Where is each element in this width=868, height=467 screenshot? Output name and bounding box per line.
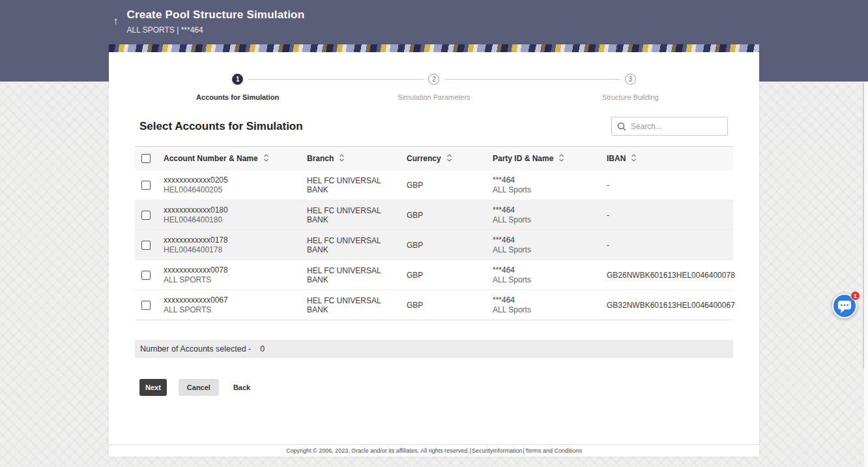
table-row: xxxxxxxxxxxx0178HEL0046400178 HEL FC UNI…	[135, 230, 733, 260]
account-number: xxxxxxxxxxxx0180	[164, 205, 300, 215]
search-icon	[617, 122, 626, 131]
step-3-label: Structure Building	[602, 93, 659, 101]
sort-icon	[558, 154, 564, 164]
row-checkbox[interactable]	[141, 271, 151, 280]
iban: -	[607, 241, 733, 250]
accounts-table: Account Number & Name Branch Currency Pa…	[135, 146, 733, 320]
step-2-circle: 2	[428, 74, 439, 85]
account-name: HEL0046400178	[164, 245, 300, 254]
search-input[interactable]	[631, 122, 722, 131]
step-2-label: Simulation Parameters	[398, 93, 470, 101]
select-all-checkbox[interactable]	[141, 154, 151, 163]
branch: HEL FC UNIVERSAL BANK	[307, 266, 407, 284]
sort-icon	[263, 154, 269, 164]
next-button[interactable]: Next	[139, 379, 167, 396]
branch: HEL FC UNIVERSAL BANK	[307, 176, 407, 194]
currency: GBP	[407, 181, 493, 190]
column-header-branch[interactable]: Branch	[307, 154, 407, 164]
party-name: ALL Sports	[493, 185, 600, 194]
account-name: ALL SPORTS	[164, 275, 300, 284]
wizard-stepper: 1 Accounts for Simulation 2 Simulation P…	[109, 52, 759, 101]
main-card: 1 Accounts for Simulation 2 Simulation P…	[109, 44, 759, 457]
branch: HEL FC UNIVERSAL BANK	[307, 236, 407, 254]
iban: -	[607, 211, 733, 220]
step-1-circle: 1	[232, 74, 243, 85]
action-buttons: Next Cancel Back	[139, 379, 759, 396]
account-number: xxxxxxxxxxxx0205	[164, 175, 300, 185]
page-subtitle: ALL SPORTS | ***464	[127, 25, 305, 35]
copyright-text: Copyright © 2006, 2023, Oracle and/or it…	[286, 447, 469, 454]
table-row: xxxxxxxxxxxx0078ALL SPORTS HEL FC UNIVER…	[135, 260, 733, 290]
currency: GBP	[407, 271, 493, 280]
account-number: xxxxxxxxxxxx0178	[164, 235, 300, 245]
row-checkbox[interactable]	[141, 181, 151, 190]
search-box	[611, 117, 728, 136]
chat-widget-button[interactable]: 1	[832, 294, 858, 320]
column-header-account[interactable]: Account Number & Name	[164, 154, 307, 164]
party-name: ALL Sports	[493, 215, 600, 224]
account-number: xxxxxxxxxxxx0067	[164, 295, 300, 305]
sort-icon	[446, 154, 452, 164]
selected-count-bar: Number of Accounts selected - 0	[135, 340, 733, 358]
party-id: ***464	[493, 295, 600, 305]
column-header-currency[interactable]: Currency	[407, 154, 493, 164]
chat-notification-badge: 1	[850, 291, 860, 301]
row-checkbox[interactable]	[141, 301, 151, 310]
page-title: Create Pool Structure Simulation	[127, 8, 305, 22]
party-id: ***464	[493, 235, 600, 245]
column-header-iban[interactable]: IBAN	[607, 154, 733, 164]
table-row: xxxxxxxxxxxx0180HEL0046400180 HEL FC UNI…	[135, 200, 733, 230]
page: ↑ Create Pool Structure Simulation ALL S…	[0, 0, 868, 467]
party-id: ***464	[493, 175, 600, 185]
sort-icon	[631, 154, 637, 164]
section-title: Select Accounts for Simulation	[139, 120, 303, 133]
currency: GBP	[407, 211, 493, 220]
step-simulation-parameters: 2 Simulation Parameters	[336, 74, 532, 101]
iban: GB32NWBK601613HEL0046400067	[607, 301, 733, 310]
party-name: ALL Sports	[493, 305, 600, 314]
party-id: ***464	[493, 265, 600, 275]
footer-separator: |	[470, 447, 471, 454]
row-checkbox[interactable]	[141, 211, 151, 220]
cancel-button[interactable]: Cancel	[179, 379, 219, 396]
scrollbar[interactable]	[863, 83, 864, 369]
party-id: ***464	[493, 205, 600, 215]
back-button[interactable]: Back	[231, 379, 253, 396]
currency: GBP	[407, 301, 493, 310]
account-name: HEL0046400180	[164, 215, 300, 224]
step-1-label: Accounts for Simulation	[196, 93, 279, 101]
terms-and-conditions-link[interactable]: Terms and Conditions	[525, 447, 582, 454]
step-3-circle: 3	[625, 74, 636, 85]
account-name: ALL SPORTS	[164, 305, 300, 314]
branch: HEL FC UNIVERSAL BANK	[307, 296, 407, 314]
step-structure-building: 3 Structure Building	[532, 74, 729, 101]
chat-bubble-icon	[837, 300, 852, 314]
step-accounts-for-simulation: 1 Accounts for Simulation	[139, 74, 336, 101]
selected-count-value: 0	[260, 344, 265, 354]
selected-count-label: Number of Accounts selected -	[140, 344, 251, 354]
branch: HEL FC UNIVERSAL BANK	[307, 206, 407, 224]
iban: GB26NWBK601613HEL0046400078	[607, 271, 733, 280]
party-name: ALL Sports	[493, 245, 600, 254]
up-arrow-icon[interactable]: ↑	[113, 15, 119, 26]
security-information-link[interactable]: SecurityInformation	[472, 447, 523, 454]
footer: Copyright © 2006, 2023, Oracle and/or it…	[109, 444, 759, 457]
party-name: ALL Sports	[493, 275, 600, 284]
footer-separator: |	[523, 447, 525, 454]
table-row: xxxxxxxxxxxx0205HEL0046400205 HEL FC UNI…	[135, 170, 733, 200]
iban: -	[607, 181, 733, 190]
table-row: xxxxxxxxxxxx0067ALL SPORTS HEL FC UNIVER…	[135, 290, 733, 320]
currency: GBP	[407, 241, 493, 250]
decorative-banner	[109, 44, 759, 52]
table-header-row: Account Number & Name Branch Currency Pa…	[135, 146, 733, 170]
account-number: xxxxxxxxxxxx0078	[164, 265, 300, 275]
column-header-party[interactable]: Party ID & Name	[493, 154, 607, 164]
sort-icon	[339, 154, 345, 164]
row-checkbox[interactable]	[141, 241, 151, 250]
page-right-gutter	[864, 82, 868, 467]
account-name: HEL0046400205	[164, 185, 300, 194]
